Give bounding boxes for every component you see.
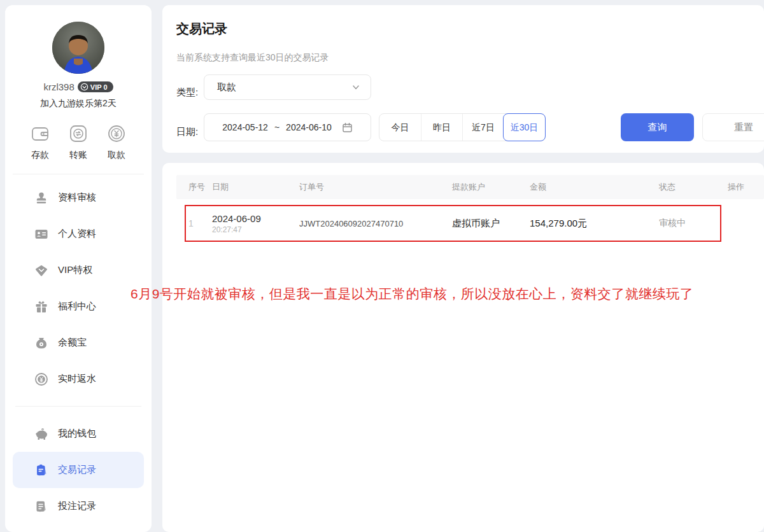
range-7days-button[interactable]: 近7日 xyxy=(462,114,504,141)
piggy-bank-icon xyxy=(34,427,48,441)
row-date-value: 2024-06-09 xyxy=(212,213,299,224)
calendar-icon xyxy=(342,122,353,133)
money-bag-icon xyxy=(34,336,48,350)
transfer-button[interactable]: 转账 xyxy=(64,123,93,161)
date-range-picker[interactable]: 2024-05-12 ~ 2024-06-10 xyxy=(204,113,371,141)
clipboard-icon xyxy=(34,463,48,477)
stamp-icon xyxy=(34,191,48,205)
quick-actions: 存款 转账 取款 xyxy=(5,123,152,161)
col-amount: 金额 xyxy=(530,181,659,193)
row-date: 2024-06-09 20:27:47 xyxy=(212,213,299,234)
sidebar: krzl398 VIP 0 加入九游娱乐第2天 存款 xyxy=(5,5,152,532)
sidebar-item-label: 资料审核 xyxy=(58,192,96,204)
deposit-label: 存款 xyxy=(31,150,49,161)
transfer-icon xyxy=(68,123,88,144)
sidebar-item-transaction-records[interactable]: 交易记录 xyxy=(13,452,144,488)
filters-card: 交易记录 当前系统支持查询最近30日的交易记录 类型: 取款 日期: 2024-… xyxy=(162,5,764,153)
row-amount: 154,279.00元 xyxy=(530,218,659,230)
col-account: 提款账户 xyxy=(452,181,530,193)
vip-label: VIP 0 xyxy=(90,83,108,91)
vip-shield-icon xyxy=(80,83,88,91)
profile-section: krzl398 VIP 0 加入九游娱乐第2天 xyxy=(5,5,152,109)
row-account: 虚拟币账户 xyxy=(452,218,530,230)
col-action: 操作 xyxy=(728,181,764,193)
col-status: 状态 xyxy=(659,181,728,193)
wallet-icon xyxy=(30,123,50,144)
row-status-badge: 审核中 xyxy=(659,218,728,229)
sidebar-item-label: 实时返水 xyxy=(58,373,96,385)
col-index: 序号 xyxy=(176,181,212,193)
rebate-icon xyxy=(34,372,48,386)
sidebar-menu: 资料审核 个人资料 VIP特权 xyxy=(5,174,152,524)
vip-icon xyxy=(34,263,48,277)
sidebar-item-label: VIP特权 xyxy=(58,264,92,276)
username: krzl398 xyxy=(43,81,74,92)
sidebar-item-label: 交易记录 xyxy=(58,464,96,476)
type-select[interactable]: 取款 xyxy=(204,74,371,100)
chevron-down-icon xyxy=(351,83,360,92)
sidebar-item-profile-review[interactable]: 资料审核 xyxy=(13,179,144,216)
sidebar-item-realtime-rebate[interactable]: 实时返水 xyxy=(13,361,144,397)
id-card-icon xyxy=(34,227,48,241)
sidebar-item-label: 我的钱包 xyxy=(58,428,96,440)
withdraw-button[interactable]: 取款 xyxy=(102,123,131,161)
row-index: 1 xyxy=(176,218,212,228)
type-filter-label: 类型: xyxy=(176,87,198,99)
annotation-text: 6月9号开始就被审核，但是我一直是以为正常的审核，所以没放在心上，资料交了就继续… xyxy=(131,285,716,303)
avatar-image xyxy=(52,22,104,74)
date-separator: ~ xyxy=(274,122,279,132)
reset-button[interactable]: 重置 xyxy=(702,113,764,141)
sidebar-divider xyxy=(15,406,141,407)
date-end: 2024-06-10 xyxy=(286,122,332,132)
avatar[interactable] xyxy=(52,22,104,74)
join-text: 加入九游娱乐第2天 xyxy=(5,98,152,109)
col-date: 日期 xyxy=(212,181,299,193)
page-subtitle: 当前系统支持查询最近30日的交易记录 xyxy=(176,52,329,64)
type-select-value: 取款 xyxy=(217,81,236,94)
notebook-icon xyxy=(34,500,48,514)
table-row[interactable]: 1 2024-06-09 20:27:47 JJWT20240609202747… xyxy=(176,205,764,242)
withdraw-label: 取款 xyxy=(108,150,125,161)
table-header-row: 序号 日期 订单号 提款账户 金额 状态 操作 xyxy=(176,175,764,199)
date-filter-label: 日期: xyxy=(176,126,198,138)
vip-badge[interactable]: VIP 0 xyxy=(78,81,113,92)
sidebar-item-yuebao[interactable]: 余额宝 xyxy=(13,325,144,361)
sidebar-item-my-wallet[interactable]: 我的钱包 xyxy=(13,416,144,452)
transfer-label: 转账 xyxy=(69,150,87,161)
records-table-card: 序号 日期 订单号 提款账户 金额 状态 操作 1 2024-06-09 20:… xyxy=(162,163,764,532)
sidebar-item-betting-records[interactable]: 投注记录 xyxy=(13,488,144,524)
search-button[interactable]: 查询 xyxy=(621,113,694,141)
sidebar-item-label: 投注记录 xyxy=(58,500,96,512)
row-order-no: JJWT202406092027470710 xyxy=(299,219,452,228)
quick-range-group: 今日 昨日 近7日 近30日 xyxy=(379,113,546,141)
sidebar-item-personal-info[interactable]: 个人资料 xyxy=(13,216,144,252)
date-start: 2024-05-12 xyxy=(222,122,268,132)
deposit-button[interactable]: 存款 xyxy=(25,123,55,161)
gift-icon xyxy=(34,300,48,314)
page: krzl398 VIP 0 加入九游娱乐第2天 存款 xyxy=(0,0,764,532)
page-title: 交易记录 xyxy=(176,20,227,38)
sidebar-item-welfare-center[interactable]: 福利中心 xyxy=(13,288,144,325)
range-30days-button[interactable]: 近30日 xyxy=(503,113,546,141)
sidebar-item-label: 余额宝 xyxy=(58,337,87,349)
withdraw-icon xyxy=(106,123,127,144)
range-yesterday-button[interactable]: 昨日 xyxy=(421,114,462,141)
row-time-value: 20:27:47 xyxy=(212,225,299,234)
sidebar-item-label: 福利中心 xyxy=(58,300,96,312)
sidebar-item-label: 个人资料 xyxy=(58,228,96,240)
range-today-button[interactable]: 今日 xyxy=(379,114,421,141)
sidebar-item-vip-privileges[interactable]: VIP特权 xyxy=(13,252,144,288)
col-order-no: 订单号 xyxy=(299,181,452,193)
